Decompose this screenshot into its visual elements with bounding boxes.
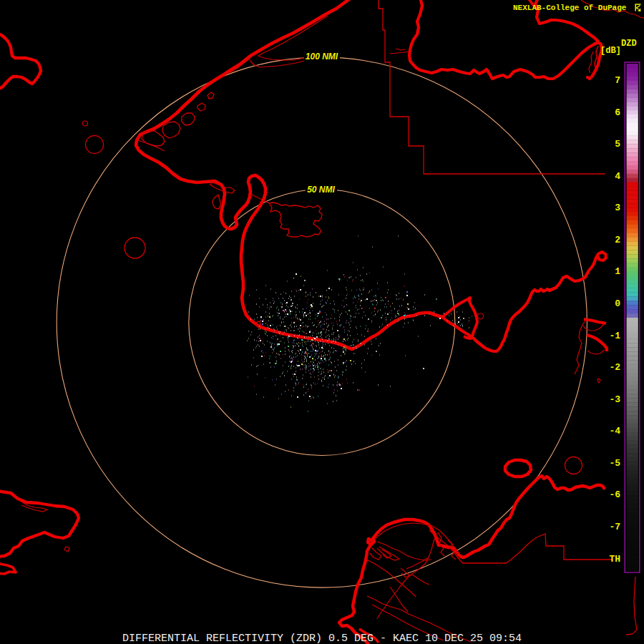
svg-text:-3: -3 [609,394,620,405]
svg-text:NEXLAB-College of DuPage: NEXLAB-College of DuPage [513,4,627,12]
svg-text:TH: TH [609,554,620,565]
svg-text:5: 5 [615,139,620,150]
svg-text:DIFFERENTIAL REFLECTIVITY (ZDR: DIFFERENTIAL REFLECTIVITY (ZDR) 0.5 DEG … [122,633,522,644]
svg-text:7: 7 [615,75,620,86]
svg-text:2: 2 [615,235,620,245]
svg-text:100 NMI: 100 NMI [306,52,338,62]
svg-text:1: 1 [615,266,620,277]
svg-text:DZD: DZD [621,39,637,49]
svg-text:4: 4 [615,171,620,182]
svg-text:-5: -5 [609,458,620,469]
svg-text:-4: -4 [609,426,620,436]
svg-text:-2: -2 [609,362,620,373]
svg-text:-7: -7 [609,522,620,532]
svg-text:-1: -1 [609,331,620,341]
svg-text:3: 3 [615,203,620,213]
svg-text:6: 6 [615,107,620,118]
svg-text:0: 0 [615,298,620,309]
svg-text:50 NMI: 50 NMI [307,185,335,195]
svg-text:[dB]: [dB] [600,46,621,56]
svg-text:-6: -6 [609,489,620,500]
